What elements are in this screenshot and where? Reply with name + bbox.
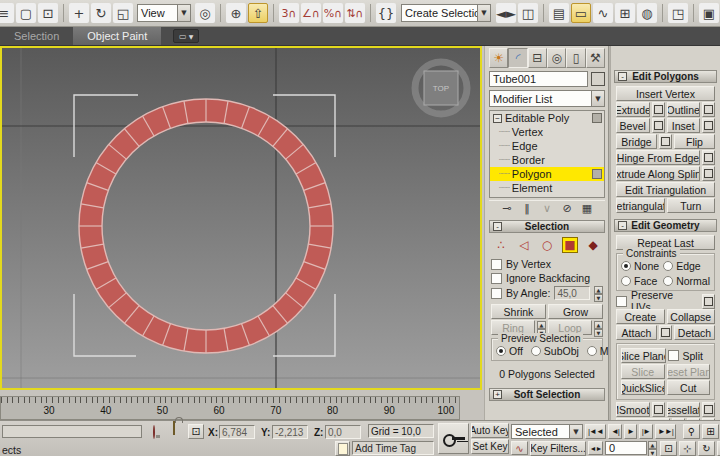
- stack-item-edge[interactable]: ┈┈Edge: [490, 139, 604, 153]
- default-in-out-tangents-button[interactable]: ∿: [511, 441, 528, 455]
- previous-frame-button[interactable]: ◄|: [608, 424, 622, 439]
- extrude-along-spline-button[interactable]: Extrude Along Spline: [616, 166, 700, 181]
- bridge-settings-button[interactable]: [659, 134, 672, 149]
- zoom-all-button[interactable]: ⊞: [702, 424, 719, 439]
- stack-item-editable-poly[interactable]: −Editable Poly: [490, 111, 604, 125]
- command-panel-tab-create[interactable]: ☀: [489, 48, 508, 68]
- hinge-from-edge-settings-button[interactable]: [702, 150, 715, 165]
- go-to-end-button[interactable]: ►►|: [655, 424, 676, 439]
- select-and-rotate-icon[interactable]: ↻: [91, 3, 111, 23]
- add-time-tag-field[interactable]: Add Time Tag: [352, 441, 434, 455]
- constraints-option-none[interactable]: None: [621, 260, 663, 272]
- bevel-settings-button[interactable]: [652, 118, 665, 133]
- flip-button[interactable]: Flip: [674, 134, 715, 149]
- ribbon-tab-selection[interactable]: Selection: [0, 27, 73, 45]
- viewport-top[interactable]: TOP: [0, 46, 482, 390]
- preview-selection-option-subobj[interactable]: SubObj: [531, 345, 579, 357]
- angle-snap-toggle-icon[interactable]: ∠∩: [301, 3, 321, 23]
- extrude-along-spline-settings-button[interactable]: [702, 166, 715, 181]
- quickslice-button[interactable]: QuickSlice: [621, 380, 665, 395]
- curve-editor-icon[interactable]: ∿: [593, 3, 613, 23]
- modifier-list-dropdown[interactable]: Modifier List ▼: [489, 90, 605, 107]
- cut-button[interactable]: Cut: [667, 380, 711, 395]
- frame-spinner[interactable]: ▲▼: [648, 441, 657, 455]
- preserve-uvs-settings-button[interactable]: [702, 294, 715, 309]
- edit-geometry-rollout-header[interactable]: Edit Geometry -: [614, 219, 717, 232]
- stack-display-toggle-icon[interactable]: [592, 169, 602, 179]
- slice-button[interactable]: Slice: [621, 364, 665, 379]
- keyboard-shortcut-override-icon[interactable]: ⇧: [248, 3, 268, 23]
- subobject-polygon-icon[interactable]: ■: [562, 237, 578, 253]
- spinner-snap-toggle-icon[interactable]: ⇅∩: [345, 3, 365, 23]
- object-color-swatch[interactable]: [591, 72, 605, 86]
- collapse-button[interactable]: Collapse: [667, 309, 716, 324]
- collapse-icon[interactable]: −: [493, 114, 502, 123]
- command-panel-tab-utilities[interactable]: ⚒: [586, 48, 605, 68]
- y-coordinate-field[interactable]: -2,213: [272, 425, 308, 439]
- selection-rollout-header[interactable]: Selection -: [489, 220, 605, 233]
- constraints-option-face[interactable]: Face: [621, 275, 663, 287]
- key-mode-toggle-button[interactable]: ◄►: [588, 441, 603, 455]
- ribbon-toggle-icon[interactable]: ▭: [571, 3, 591, 23]
- by-angle-field[interactable]: 45,0: [554, 286, 590, 300]
- show-end-result-icon[interactable]: ‖: [520, 202, 534, 215]
- subobject-edge-icon[interactable]: ◁: [516, 237, 532, 253]
- ribbon-tab-object-paint[interactable]: Object Paint: [73, 27, 161, 45]
- mirror-icon[interactable]: ◄►: [496, 3, 516, 23]
- turn-button[interactable]: Turn: [667, 198, 716, 213]
- viewcube-label[interactable]: TOP: [433, 84, 449, 93]
- snap-toggle-3d-icon[interactable]: 3∩: [279, 3, 299, 23]
- select-by-name-icon[interactable]: ≡: [0, 3, 14, 23]
- command-panel-tab-display[interactable]: ▯: [566, 48, 585, 68]
- retriangulate-button[interactable]: Retriangulate: [616, 198, 665, 213]
- object-name-field[interactable]: [489, 71, 588, 87]
- schematic-view-icon[interactable]: ⊞: [615, 3, 635, 23]
- zoom-region-button[interactable]: ⊡: [660, 441, 677, 456]
- stack-item-element[interactable]: ┈┈Element: [490, 181, 604, 195]
- loop-spinner[interactable]: ▲▼: [594, 321, 603, 335]
- reference-coordinate-system-dropdown[interactable]: View ▼: [137, 4, 191, 22]
- tessellate-button[interactable]: Tessellate: [667, 402, 701, 417]
- layer-manager-icon[interactable]: ▤: [549, 3, 569, 23]
- next-frame-button[interactable]: |►: [639, 424, 653, 439]
- remove-modifier-icon[interactable]: ⊘: [560, 202, 574, 215]
- by-angle-checkbox[interactable]: [491, 288, 502, 299]
- msmooth-button[interactable]: MSmooth: [616, 402, 650, 417]
- selection-filter-dropdown[interactable]: Selected ▼: [511, 424, 583, 439]
- subobject-border-icon[interactable]: ○: [539, 237, 555, 253]
- slice-plane-button[interactable]: Slice Plane: [621, 348, 666, 363]
- outline-button[interactable]: Outline: [667, 102, 701, 117]
- maxscript-mini-listener[interactable]: [2, 425, 142, 438]
- pan-button[interactable]: ⊹: [679, 441, 696, 456]
- key-filters-button[interactable]: Key Filters...: [530, 441, 586, 456]
- percent-snap-toggle-icon[interactable]: %∩: [323, 3, 343, 23]
- subobject-vertex-icon[interactable]: ∴: [493, 237, 509, 253]
- material-editor-icon[interactable]: ◍: [637, 3, 657, 23]
- rectangular-selection-region-icon[interactable]: ▢: [16, 3, 36, 23]
- tessellate-settings-button[interactable]: [702, 402, 715, 417]
- configure-modifier-sets-icon[interactable]: ▦: [580, 202, 594, 215]
- align-icon[interactable]: ◫: [518, 3, 538, 23]
- edit-named-selection-sets-icon[interactable]: {}: [376, 3, 396, 23]
- inset-settings-button[interactable]: [702, 118, 715, 133]
- preserve-uvs-checkbox[interactable]: [616, 296, 627, 307]
- go-to-start-button[interactable]: |◄◄: [585, 424, 606, 439]
- edit-triangulation-button[interactable]: Edit Triangulation: [616, 182, 715, 197]
- command-panel-tab-modify[interactable]: ◜: [508, 48, 527, 68]
- x-coordinate-field[interactable]: 6,784: [219, 425, 255, 439]
- use-pivot-point-center-icon[interactable]: ◎: [195, 3, 215, 23]
- select-and-uniform-scale-icon[interactable]: ◱: [113, 3, 133, 23]
- selection-lock-icon[interactable]: [173, 421, 175, 435]
- time-tag-button[interactable]: [335, 441, 350, 456]
- split-checkbox[interactable]: [668, 350, 679, 361]
- hinge-from-edge-button[interactable]: Hinge From Edge: [616, 150, 700, 165]
- by-angle-spinner[interactable]: ▲▼: [594, 286, 603, 300]
- bevel-button[interactable]: Bevel: [616, 118, 650, 133]
- soft-selection-rollout-header[interactable]: Soft Selection +: [489, 388, 605, 401]
- bridge-button[interactable]: Bridge: [616, 134, 657, 149]
- attach-button[interactable]: Attach: [616, 325, 657, 340]
- shrink-button[interactable]: Shrink: [491, 304, 546, 319]
- timeline-ruler[interactable]: 30405060708090100: [0, 396, 460, 420]
- absolute-mode-transform-icon[interactable]: ⊡: [188, 424, 204, 439]
- orbit-button[interactable]: ↻: [698, 441, 715, 456]
